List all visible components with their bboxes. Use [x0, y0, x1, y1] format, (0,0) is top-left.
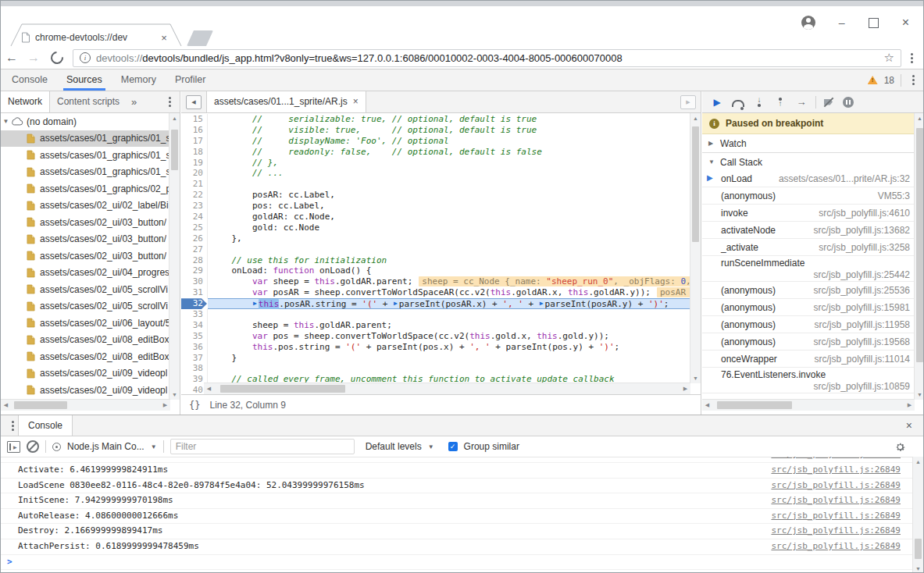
code-text[interactable]: posAR: cc.Label,: [208, 190, 701, 201]
code-text[interactable]: onLoad: function onLoad() {: [208, 265, 701, 276]
continue-to-location-icon[interactable]: ▶: [253, 300, 257, 307]
tree-item[interactable]: assets/cases/02_ui/09_videopl: [1, 382, 170, 399]
pause-on-exceptions-icon[interactable]: [843, 97, 854, 108]
chevron-down-icon[interactable]: ▼: [428, 443, 434, 450]
devtools-tab-sources[interactable]: Sources: [59, 69, 110, 91]
step-icon[interactable]: →: [794, 96, 808, 109]
profile-avatar-icon[interactable]: [801, 16, 815, 30]
collapsed-triangle-icon[interactable]: ▶: [708, 140, 715, 147]
console-source-link[interactable]: src/jsb_polyfill.js:26849: [771, 539, 901, 554]
call-stack-frame[interactable]: onceWrappersrc/jsb_polyfill.js:11014: [702, 351, 915, 368]
line-number[interactable]: 15: [181, 114, 208, 125]
code-text[interactable]: pos: cc.Label,: [208, 201, 701, 212]
clear-console-icon[interactable]: [27, 440, 39, 453]
call-stack-frame[interactable]: (anonymous)VM55:3: [702, 187, 915, 205]
tab-close-icon[interactable]: ×: [159, 32, 169, 44]
devtools-menu-icon[interactable]: [908, 75, 919, 85]
deactivate-breakpoints-icon[interactable]: [823, 97, 836, 108]
page-info-icon[interactable]: i: [80, 52, 91, 63]
code-text[interactable]: // displayName: 'Foo', // optional: [208, 136, 701, 147]
call-stack-frame[interactable]: (anonymous)src/jsb_polyfill.js:15981: [702, 299, 915, 316]
code-text[interactable]: // },: [208, 158, 701, 169]
line-number[interactable]: 23: [181, 201, 208, 212]
expanded-triangle-icon[interactable]: ▼: [708, 158, 715, 165]
minimize-button[interactable]: –: [839, 17, 845, 28]
call-stack-frame[interactable]: invokesrc/jsb_polyfill.js:4610: [702, 205, 915, 222]
navigator-horizontal-scrollbar[interactable]: ◀▶: [1, 399, 170, 411]
new-tab-button[interactable]: [187, 30, 213, 46]
sidebar-vertical-scrollbar[interactable]: ▲▼: [914, 113, 924, 400]
more-tabs-icon[interactable]: »: [127, 96, 141, 108]
call-stack-frame[interactable]: (anonymous)src/jsb_polyfill.js:25536: [702, 282, 915, 299]
call-stack-frame[interactable]: runSceneImmediatesrc/jsb_polyfill.js:254…: [702, 256, 915, 282]
step-over-icon[interactable]: [731, 96, 745, 109]
line-number[interactable]: 29: [181, 265, 208, 276]
code-text[interactable]: // ...: [208, 168, 701, 179]
url-text[interactable]: devtools://devtools/bundled/js_app.html?…: [96, 52, 879, 64]
reload-button[interactable]: [48, 49, 66, 67]
devtools-tab-console[interactable]: Console: [4, 69, 55, 91]
code-text[interactable]: [208, 244, 701, 255]
editor-vertical-scrollbar[interactable]: ▲▼: [690, 113, 701, 383]
code-text[interactable]: var pos = sheep.convertToWorldSpace(cc.v…: [208, 331, 701, 342]
hide-navigator-icon[interactable]: ◀: [186, 95, 202, 109]
line-number[interactable]: 26: [181, 233, 208, 244]
line-number[interactable]: 19: [181, 158, 208, 169]
call-stack-frame[interactable]: activateNodesrc/jsb_polyfill.js:13682: [702, 222, 915, 239]
warning-count[interactable]: 18: [884, 75, 894, 86]
call-stack-frame[interactable]: (anonymous)src/jsb_polyfill.js:19568: [702, 333, 915, 351]
line-number[interactable]: 37: [181, 353, 208, 364]
continue-to-location-icon[interactable]: ▶: [394, 300, 398, 307]
console-vertical-scrollbar[interactable]: ▲▼: [912, 457, 923, 573]
forward-button[interactable]: →: [23, 51, 45, 65]
code-text[interactable]: var posAR = sheep.convertToWorldSpaceAR(…: [208, 287, 701, 298]
line-number[interactable]: 18: [181, 147, 208, 158]
navigator-vertical-scrollbar[interactable]: ▲▼: [169, 113, 180, 400]
code-text[interactable]: var sheep = this.goldAR.parent;sheep = c…: [208, 276, 701, 287]
tree-item[interactable]: assets/cases/02_ui/04_progres: [1, 265, 170, 282]
line-number[interactable]: 28: [181, 255, 208, 266]
execution-context-selector[interactable]: Node.js Main Co...: [67, 441, 144, 452]
group-similar-checkbox[interactable]: ✓: [448, 442, 458, 451]
console-prompt[interactable]: >: [1, 555, 913, 571]
console-source-link[interactable]: src/jsb_polyfill.js:26849: [771, 463, 901, 478]
browser-menu-icon[interactable]: [906, 53, 917, 63]
navigator-menu-icon[interactable]: [164, 97, 175, 107]
line-number[interactable]: 34: [181, 320, 208, 331]
console-source-link[interactable]: src/jsb_polyfill.js:26849: [771, 493, 901, 508]
line-number[interactable]: 21: [181, 179, 208, 190]
line-number[interactable]: 33: [181, 309, 208, 320]
call-stack-frame[interactable]: _activatesrc/jsb_polyfill.js:3258: [702, 239, 915, 256]
file-tab-close-icon[interactable]: ×: [353, 91, 359, 112]
tree-item[interactable]: assets/cases/02_ui/08_editBox: [1, 332, 170, 349]
console-source-link[interactable]: src/jsb_polyfill.js:26849: [771, 479, 901, 493]
line-number[interactable]: 35: [181, 331, 208, 342]
code-text[interactable]: }: [208, 353, 701, 364]
code-text[interactable]: // serializable: true, // optional, defa…: [208, 114, 701, 125]
pretty-print-icon[interactable]: {}: [189, 400, 200, 411]
line-number[interactable]: 24: [181, 212, 208, 222]
call-stack-section-header[interactable]: ▼ Call Stack: [702, 153, 924, 172]
code-text[interactable]: goldAR: cc.Node,: [208, 212, 701, 222]
line-number[interactable]: 22: [181, 190, 208, 201]
code-text[interactable]: // readonly: false, // optional, default…: [208, 147, 701, 158]
devtools-tab-profiler[interactable]: Profiler: [167, 69, 214, 91]
navigator-tab-network[interactable]: Network: [1, 91, 50, 112]
call-stack-frame[interactable]: ▶onLoadassets/cases/01...prite/AR.js:32: [702, 170, 915, 187]
line-number[interactable]: 16: [181, 125, 208, 136]
maximize-button[interactable]: [869, 18, 879, 28]
log-levels-label[interactable]: Default levels: [366, 441, 422, 452]
console-source-link[interactable]: src/jsb_polyfill.js:26849: [771, 524, 901, 539]
code-text[interactable]: gold: cc.Node: [208, 222, 701, 233]
navigator-tab-content-scripts[interactable]: Content scripts: [50, 91, 127, 112]
line-number[interactable]: 38: [181, 363, 208, 374]
show-console-sidebar-icon[interactable]: ▶: [7, 441, 20, 453]
step-into-icon[interactable]: ↓: [752, 96, 766, 109]
console-drawer-tab[interactable]: Console: [18, 415, 73, 436]
url-field[interactable]: i devtools://devtools/bundled/js_app.htm…: [73, 49, 901, 67]
continue-to-location-icon[interactable]: ▶: [540, 300, 544, 307]
tree-item[interactable]: assets/cases/01_graphics/01_s: [1, 147, 170, 164]
line-number[interactable]: 20: [181, 168, 208, 179]
tree-item[interactable]: assets/cases/01_graphics/02_p: [1, 180, 170, 198]
line-number[interactable]: 17: [181, 136, 208, 147]
